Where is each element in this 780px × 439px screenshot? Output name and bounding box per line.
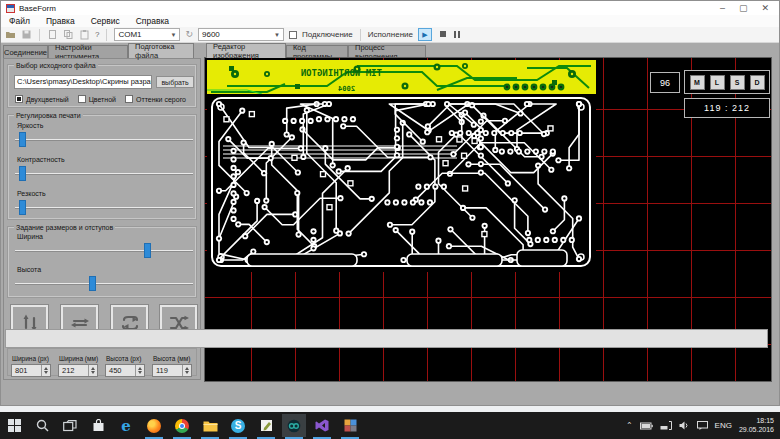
width-slider[interactable] (15, 243, 193, 259)
chevron-down-icon: ▼ (270, 32, 280, 38)
checkbox-two-color[interactable]: Двухцветный (15, 95, 69, 103)
color-checkbox-box[interactable] (78, 95, 86, 103)
search-button[interactable] (30, 414, 54, 437)
mode-button-s[interactable]: S (730, 75, 745, 90)
mode-button-d[interactable]: D (750, 75, 765, 90)
choose-file-button[interactable]: выбрать (156, 76, 194, 88)
save-icon[interactable] (21, 29, 32, 40)
connect-label: Подключение (302, 30, 353, 39)
group-title: Регулировка печати (14, 112, 83, 119)
grayscale-checkbox-box[interactable] (125, 95, 133, 103)
tab-image-editor[interactable]: Редактор изображения (206, 43, 286, 58)
baud-rate-value: 9600 (202, 30, 220, 39)
mode-button-l[interactable]: L (710, 75, 725, 90)
window-title: BaseForm (19, 4, 56, 13)
menu-bar: Файл Правка Сервис Справка (1, 15, 779, 27)
slider-thumb[interactable] (19, 200, 26, 215)
menu-service[interactable]: Сервис (91, 16, 120, 26)
com-port-select[interactable]: COM1 ▼ (114, 28, 180, 41)
slider-thumb[interactable] (89, 276, 96, 291)
slider-thumb[interactable] (19, 132, 26, 147)
height-slider[interactable] (15, 276, 193, 292)
help-button[interactable]: ? (95, 30, 99, 39)
photos-tile-icon (344, 419, 357, 432)
toolbar-separator (106, 29, 107, 41)
sharpness-label: Резкость (17, 190, 46, 197)
size-display-box: 119 : 212 (684, 98, 770, 118)
maximize-button[interactable]: ▢ (739, 3, 748, 13)
tray-chevron-up-icon[interactable]: ⌃ (626, 421, 633, 430)
tab-file-preparation[interactable]: Подготовка файла (128, 43, 194, 58)
tab-tool-settings[interactable]: Настройки инструмента (48, 45, 128, 58)
store-button[interactable] (86, 414, 110, 437)
chevron-down-icon: ▼ (167, 32, 177, 38)
notepad-editor-button[interactable] (254, 414, 278, 437)
size-offset-group: Задание размеров и отступов Ширина Высот… (8, 227, 196, 297)
toolbar: ? COM1 ▼ ↻ 9600 ▼ Подключение Исполнение… (1, 27, 779, 43)
group-title: Задание размеров и отступов (14, 224, 115, 231)
start-button[interactable] (2, 414, 26, 437)
two-color-checkbox-box[interactable] (15, 95, 23, 103)
checkbox-color[interactable]: Цветной (78, 95, 116, 103)
contrast-slider[interactable] (15, 166, 193, 182)
taskbar: e S (0, 412, 780, 439)
file-explorer-button[interactable] (198, 414, 222, 437)
arduino-ide-button[interactable] (282, 414, 306, 437)
width-mm-spinner[interactable]: 212 (58, 364, 98, 377)
screen: BaseForm – ▢ ✕ Файл Правка Сервис Справк… (0, 0, 780, 439)
slider-thumb[interactable] (144, 243, 151, 258)
height-px-spinner[interactable]: 450 (105, 364, 145, 377)
refresh-icon[interactable]: ↻ (185, 29, 193, 40)
play-button[interactable]: ▶ (418, 28, 432, 41)
spinner-arrows-icon[interactable] (182, 365, 191, 376)
slider-thumb[interactable] (19, 166, 26, 181)
edge-browser-button[interactable]: e (114, 414, 138, 437)
visual-studio-button[interactable] (310, 414, 334, 437)
paste-icon[interactable] (79, 29, 90, 40)
chrome-button[interactable] (170, 414, 194, 437)
minimize-button[interactable]: – (720, 3, 725, 13)
task-view-icon (63, 420, 77, 432)
spinner-arrows-icon[interactable] (135, 365, 144, 376)
search-icon (36, 419, 49, 432)
battery-icon[interactable] (640, 422, 653, 430)
close-button[interactable]: ✕ (761, 3, 769, 13)
spinner-arrows-icon[interactable] (41, 365, 50, 376)
open-folder-icon[interactable] (5, 29, 16, 40)
stop-button[interactable] (437, 30, 449, 39)
infinity-icon (286, 419, 302, 433)
pause-button[interactable] (454, 31, 460, 38)
connect-checkbox[interactable] (289, 31, 297, 39)
clock[interactable]: 18:15 29.05.2016 (739, 417, 774, 435)
network-icon[interactable] (660, 421, 672, 430)
new-document-icon[interactable] (47, 29, 58, 40)
title-bar: BaseForm – ▢ ✕ (1, 1, 779, 15)
baud-rate-select[interactable]: 9600 ▼ (198, 28, 284, 41)
group-title: Выбор исходного файла (14, 62, 98, 69)
mode-button-m[interactable]: M (690, 75, 705, 90)
menu-help[interactable]: Справка (136, 16, 169, 26)
volume-icon[interactable] (679, 421, 690, 430)
store-bag-icon (92, 419, 105, 432)
task-view-button[interactable] (58, 414, 82, 437)
photos-app-button[interactable] (338, 414, 362, 437)
spinner-arrows-icon[interactable] (88, 365, 97, 376)
tab-connection[interactable]: Соединение (3, 45, 48, 58)
mode-buttons-box: M L S D (684, 70, 770, 94)
copy-icon[interactable] (63, 29, 74, 40)
firefox-icon (147, 419, 161, 433)
checkbox-grayscale[interactable]: Оттенки серого (125, 95, 186, 103)
firefox-button[interactable] (142, 414, 166, 437)
skype-button[interactable]: S (226, 414, 250, 437)
file-path-input[interactable]: C:\Users\pmasy\Desktop\Скрины разрабо (14, 75, 152, 89)
width-px-spinner[interactable]: 801 (11, 364, 51, 377)
notifications-icon[interactable] (697, 421, 708, 430)
brightness-slider[interactable] (15, 132, 193, 148)
svg-text:2004: 2004 (338, 85, 355, 93)
language-indicator[interactable]: ENG (715, 421, 732, 430)
print-adjust-group: Регулировка печати Яркость Контрастность… (8, 115, 196, 219)
height-mm-spinner[interactable]: 119 (152, 364, 192, 377)
sharpness-slider[interactable] (15, 200, 193, 216)
menu-edit[interactable]: Правка (46, 16, 75, 26)
menu-file[interactable]: Файл (9, 16, 30, 26)
